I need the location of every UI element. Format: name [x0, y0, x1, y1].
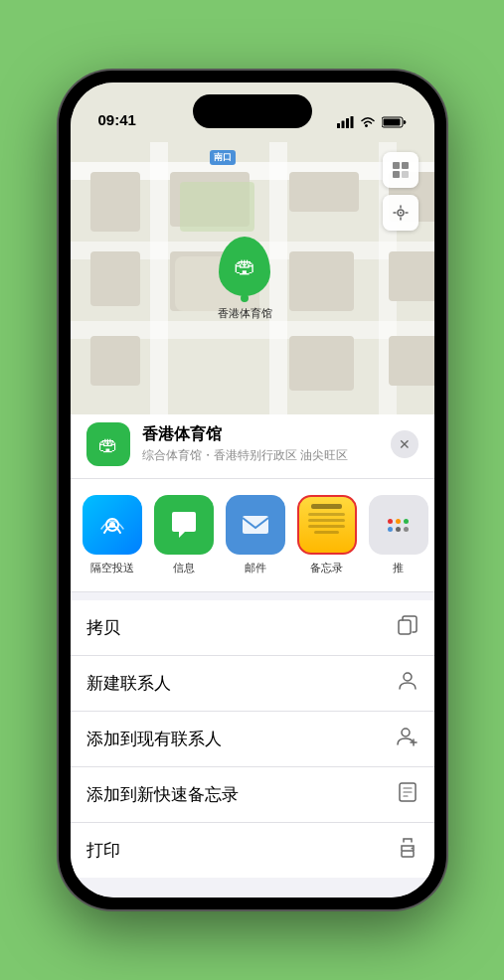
svg-point-16: [404, 673, 412, 681]
more-icon: [369, 495, 428, 555]
share-app-mail[interactable]: 邮件: [226, 495, 285, 575]
svg-point-11: [400, 212, 402, 214]
mail-label: 邮件: [245, 561, 266, 575]
notes-label: 备忘录: [310, 561, 343, 575]
map-type-icon: [391, 160, 411, 180]
airdrop-label: 隔空投送: [90, 561, 134, 575]
print-icon: [397, 837, 419, 864]
venue-title: 香港体育馆: [142, 424, 391, 445]
location-button[interactable]: [383, 195, 419, 231]
notes-icon: [297, 495, 357, 555]
stadium-icon: 🏟: [234, 253, 255, 279]
share-app-messages[interactable]: 信息: [154, 495, 214, 575]
svg-point-13: [109, 522, 115, 528]
messages-svg: [167, 508, 201, 542]
action-new-contact-label: 新建联系人: [86, 672, 171, 695]
venue-icon: 🏟: [86, 422, 130, 466]
messages-label: 信息: [173, 561, 195, 575]
stadium-marker[interactable]: 🏟 香港体育馆: [218, 237, 272, 321]
venue-info-row: 🏟 香港体育馆 综合体育馆・香港特别行政区 油尖旺区 ✕: [71, 414, 434, 479]
share-app-more[interactable]: 推: [369, 495, 428, 575]
airdrop-icon: [83, 495, 142, 555]
action-list: 拷贝 新建联系人: [71, 600, 434, 878]
venue-subtitle: 综合体育馆・香港特别行政区 油尖旺区: [142, 447, 391, 464]
action-print-label: 打印: [86, 839, 120, 862]
svg-rect-1: [341, 121, 344, 129]
svg-rect-8: [393, 171, 400, 178]
svg-rect-15: [399, 620, 411, 634]
map-label-tag: 南口: [210, 150, 236, 165]
person-add-icon: [397, 726, 419, 752]
share-app-notes[interactable]: 备忘录: [297, 495, 357, 575]
action-print[interactable]: 打印: [71, 823, 434, 878]
messages-icon: [154, 495, 214, 555]
action-quick-note[interactable]: 添加到新快速备忘录: [71, 767, 434, 823]
svg-rect-6: [393, 162, 400, 169]
stadium-pin: 🏟: [219, 237, 270, 296]
stadium-marker-label: 香港体育馆: [218, 306, 272, 321]
bottom-sheet: 🏟 香港体育馆 综合体育馆・香港特别行政区 油尖旺区 ✕: [71, 414, 434, 898]
svg-rect-2: [346, 118, 349, 128]
svg-point-17: [402, 729, 410, 736]
person-icon: [397, 670, 419, 697]
action-add-existing-label: 添加到现有联系人: [86, 728, 222, 750]
more-label: 推: [393, 561, 404, 575]
map-label: 南口: [210, 150, 236, 165]
svg-point-20: [411, 848, 413, 850]
svg-rect-3: [350, 116, 353, 128]
svg-rect-0: [337, 123, 340, 128]
action-quick-note-label: 添加到新快速备忘录: [86, 783, 239, 806]
signal-icon: [337, 116, 354, 128]
action-copy[interactable]: 拷贝: [71, 600, 434, 656]
svg-rect-9: [402, 171, 409, 178]
wifi-icon: [360, 116, 376, 128]
share-apps-row: 隔空投送 信息: [71, 479, 434, 592]
airdrop-svg: [96, 509, 128, 541]
status-icons: [337, 116, 407, 128]
mail-svg: [239, 508, 272, 542]
status-time: 09:41: [98, 111, 136, 128]
phone-screen: 09:41: [71, 82, 434, 898]
svg-rect-5: [383, 119, 400, 126]
mail-icon: [226, 495, 285, 555]
action-copy-label: 拷贝: [86, 616, 120, 639]
location-icon: [392, 204, 410, 222]
phone-frame: 09:41: [59, 71, 446, 909]
action-add-existing[interactable]: 添加到现有联系人: [71, 712, 434, 767]
share-app-airdrop[interactable]: 隔空投送: [83, 495, 142, 575]
map-type-button[interactable]: [383, 152, 419, 188]
dynamic-island: [193, 94, 312, 128]
battery-icon: [382, 116, 407, 128]
copy-icon: [397, 614, 419, 641]
svg-rect-14: [243, 516, 268, 534]
map-controls[interactable]: [383, 152, 419, 237]
venue-close-button[interactable]: ✕: [391, 430, 419, 458]
note-icon: [397, 781, 419, 808]
action-new-contact[interactable]: 新建联系人: [71, 656, 434, 712]
svg-rect-19: [402, 851, 414, 857]
close-icon: ✕: [399, 436, 411, 452]
svg-rect-7: [402, 162, 409, 169]
venue-text: 香港体育馆 综合体育馆・香港特别行政区 油尖旺区: [142, 424, 391, 464]
